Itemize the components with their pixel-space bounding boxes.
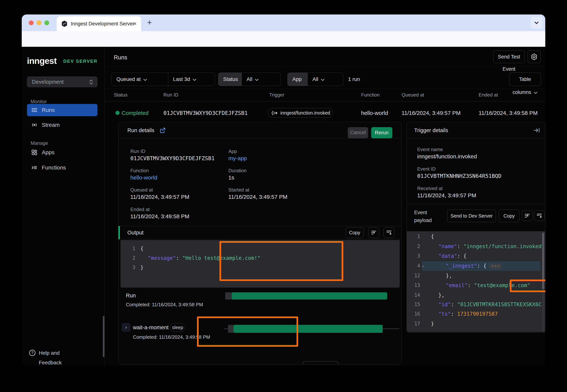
clipped-button[interactable]	[302, 361, 339, 364]
row-function: hello-world	[361, 110, 388, 116]
inngest-app: inngest DEV SERVER Development Monitor R…	[22, 47, 545, 366]
timeline-run-bar[interactable]	[232, 292, 387, 300]
app-link[interactable]: my-app	[228, 155, 247, 161]
queued-at-value: 11/16/2024, 3:49:57 PM	[130, 194, 189, 200]
output-copy-button[interactable]: Copy	[345, 227, 364, 238]
step-expand-button[interactable]: ›	[122, 323, 130, 332]
timeline-step-bar[interactable]	[234, 325, 383, 333]
maximize-window-button[interactable]	[44, 20, 49, 25]
manage-section-label: Manage	[31, 140, 48, 146]
word-wrap-button[interactable]	[368, 227, 379, 238]
minimize-window-button[interactable]	[37, 20, 42, 25]
status-filter-dropdown[interactable]: All	[241, 73, 271, 86]
run-details-header: Run details Cancel Rerun	[118, 122, 401, 139]
divider	[104, 67, 545, 67]
output-title: Output	[127, 226, 143, 239]
status-filter[interactable]: Status All	[218, 72, 281, 86]
time-field-dropdown[interactable]: Queued at	[112, 73, 168, 86]
row-status: Completed	[122, 110, 149, 116]
code-line-folded[interactable]: 4›"_inngest": { ···	[407, 261, 545, 271]
settings-gear-button[interactable]	[528, 51, 541, 63]
tab-search-button[interactable]	[531, 17, 542, 29]
run-count: 1 run	[348, 72, 360, 86]
run-details-panel: Run details Cancel Rerun Run ID 01JCVBTM…	[118, 122, 402, 364]
send-test-event-button[interactable]: Send Test Event	[493, 51, 525, 63]
function-link[interactable]: hello-world	[130, 174, 157, 181]
time-filter[interactable]: Queued at Last 3d	[111, 72, 215, 86]
new-tab-button[interactable]: +	[144, 18, 155, 28]
close-window-button[interactable]	[29, 20, 34, 25]
run-id-value: 01JCVBTMV3WXY9D3CFDEJFZSB1	[130, 155, 215, 161]
payload-scrollbar-thumb[interactable]	[542, 233, 544, 289]
expand-output-button[interactable]	[383, 227, 394, 238]
app-filter-dropdown[interactable]: All	[307, 73, 337, 86]
external-link-icon[interactable]	[160, 127, 166, 133]
column-header-trigger: Trigger	[269, 92, 284, 98]
help-label: Help and Feedback	[39, 348, 62, 358]
trigger-details-title: Trigger details	[414, 122, 448, 139]
environment-select[interactable]: Development	[27, 76, 98, 87]
column-header-run-id: Run ID	[163, 92, 178, 98]
sidebar-item-stream[interactable]: Stream	[27, 119, 98, 131]
event-payload-label-1: Event	[414, 210, 427, 215]
function-label: Function	[130, 168, 149, 174]
event-name-value: inngest/function.invoked	[417, 153, 477, 160]
sidebar: inngest DEV SERVER Development Monitor R…	[22, 47, 104, 366]
inngest-favicon	[61, 20, 68, 27]
column-header-ended-at: Ended at	[479, 92, 498, 98]
payload-word-wrap-button[interactable]	[522, 210, 533, 221]
event-payload-label-2: payload	[414, 218, 432, 223]
send-to-dev-server-button[interactable]: Send to Dev Server	[447, 210, 496, 222]
event-payload-header: Event payload Send to Dev Server Copy	[407, 204, 545, 231]
browser-toolbar: i localhost:8288/runs ☆ ⋮	[22, 31, 545, 47]
code-line: 2"message": "Hello test@example.com!"	[120, 253, 400, 263]
fold-chevron-icon[interactable]: ›	[422, 261, 424, 271]
queued-at-label: Queued at	[130, 187, 153, 193]
timeline-step-trailing-line	[383, 329, 399, 329]
payload-copy-button[interactable]: Copy	[499, 210, 519, 222]
code-line: 1{	[407, 232, 545, 241]
folded-content-dots[interactable]: ···	[490, 263, 501, 269]
content-scrollbar[interactable]	[103, 316, 104, 357]
collapse-panel-icon[interactable]	[533, 127, 540, 134]
table-header-divider	[104, 101, 545, 101]
sidebar-item-apps[interactable]: Apps	[27, 146, 98, 158]
trigger-pill[interactable]: inngest/function.invoked	[268, 108, 333, 118]
cancel-button[interactable]: Cancel	[348, 127, 368, 138]
status-filter-value: All	[247, 76, 252, 82]
time-range-dropdown[interactable]: Last 3d	[168, 73, 215, 86]
column-header-queued-at: Queued at	[402, 92, 424, 98]
timeline-step-tick	[224, 329, 228, 329]
page-title: Runs	[114, 54, 127, 61]
monitor-section-label: Monitor	[31, 99, 47, 104]
step-kind-badge: sleep	[170, 323, 185, 332]
trigger-pill-label: inngest/function.invoked	[280, 108, 330, 117]
gear-icon	[530, 53, 538, 60]
step-name: wait-a-moment	[133, 324, 169, 331]
sidebar-item-label: Functions	[42, 161, 66, 174]
tab-title: Inngest Development Server	[71, 16, 134, 31]
ended-at-value: 11/16/2024, 3:49:58 PM	[130, 213, 189, 220]
tab-close-icon[interactable]: ×	[133, 16, 137, 31]
received-at-value: 11/16/2024, 3:49:57 PM	[417, 192, 476, 199]
timeline-run-completed: Completed: 11/16/2024, 3:49:58 PM	[126, 302, 203, 308]
app-filter[interactable]: App All	[287, 72, 343, 86]
timeline-run-label: Run	[126, 293, 136, 299]
rerun-button[interactable]: Rerun	[371, 127, 392, 138]
sidebar-item-functions[interactable]: Functions	[27, 161, 98, 174]
tab-strip: Inngest Development Server × +	[22, 14, 545, 31]
ended-at-label: Ended at	[130, 207, 150, 212]
environment-value: Development	[32, 79, 64, 85]
select-chevrons-icon	[89, 79, 94, 85]
sidebar-item-label: Runs	[42, 104, 55, 116]
payload-expand-button[interactable]	[534, 210, 545, 221]
chevron-down-icon	[533, 20, 540, 26]
divider	[104, 89, 545, 89]
sidebar-item-label: Apps	[42, 146, 54, 158]
table-columns-button[interactable]: Table columns	[509, 72, 541, 86]
code-line: 1{	[120, 244, 400, 253]
sidebar-item-runs[interactable]: Runs	[27, 104, 98, 116]
code-line: 15"id": "01JCVBTMTKR41S8STTKEXSKX6C",	[407, 300, 545, 309]
step-completed: Completed: 11/16/2024, 3:49:58 PM	[133, 334, 210, 340]
browser-tab[interactable]: Inngest Development Server ×	[57, 16, 141, 31]
